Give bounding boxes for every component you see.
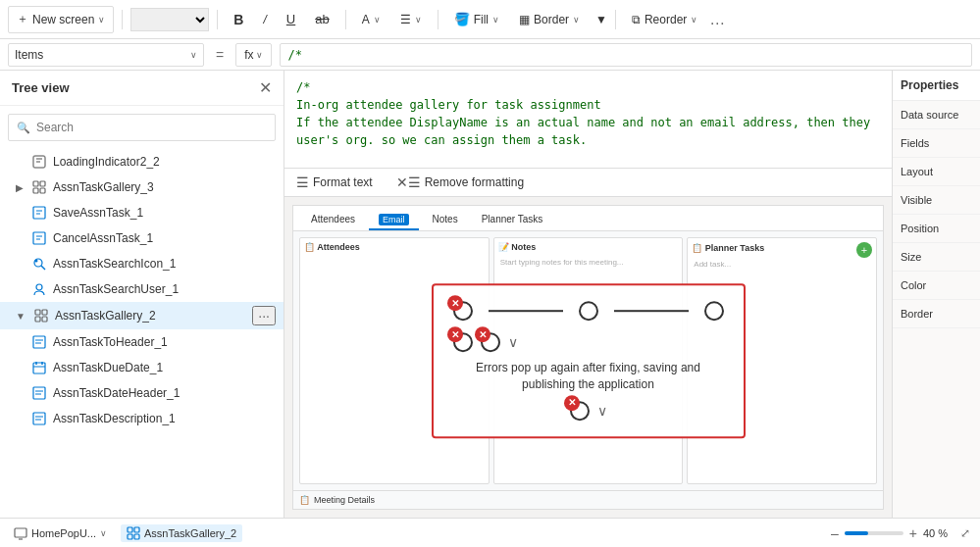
tree-item-expand-gallery3[interactable]: ▶ — [16, 182, 24, 193]
format-text-button[interactable]: ☰ Format text — [292, 173, 377, 192]
new-screen-button[interactable]: ＋ New screen ∨ — [8, 6, 114, 33]
mockup-add-task-placeholder: Add task... — [692, 258, 872, 271]
tree-item-icon-desc — [31, 411, 47, 426]
tree-item-label-duedate: AssnTaskDueDate_1 — [53, 361, 276, 374]
tree-item-dateheader[interactable]: AssnTaskDateHeader_1 — [0, 380, 284, 406]
remove-formatting-icon: ✕☰ — [396, 174, 421, 190]
formula-input[interactable] — [280, 43, 972, 67]
property-visible[interactable]: Visible — [893, 186, 980, 215]
tree-item-icon-gallery3 — [31, 179, 47, 195]
property-layout[interactable]: Layout — [893, 158, 980, 186]
error-node-3 — [704, 301, 724, 321]
format-toolbar: ☰ Format text ✕☰ Remove formatting — [284, 169, 892, 197]
error-x-5: ✕ — [475, 326, 490, 342]
reorder-button[interactable]: ⧉ Reorder ∨ — [624, 6, 705, 33]
svg-rect-39 — [134, 534, 139, 539]
fill-button[interactable]: 🪣 Fill ∨ — [446, 6, 507, 33]
svg-rect-21 — [33, 336, 45, 348]
fx-button[interactable]: fx ∨ — [235, 43, 271, 67]
mockup-ui: Attendees Email Notes Planner Tasks 📋 At… — [293, 206, 883, 509]
tree-item-loading[interactable]: ▶ LoadingIndicator2_2 — [0, 149, 284, 174]
svg-rect-37 — [134, 527, 139, 532]
screen-chevron: ∨ — [100, 528, 107, 538]
tree-item-icon-searchuser — [31, 281, 47, 297]
tree-item-searchicon[interactable]: AssnTaskSearchIcon_1 — [0, 251, 284, 276]
items-selector[interactable]: Items ∨ — [8, 43, 204, 67]
border-chevron: ∨ — [573, 15, 580, 25]
mockup-tab-notes[interactable]: Notes — [423, 210, 468, 230]
screen-icon — [14, 526, 27, 540]
zoom-percentage: 40 % — [923, 527, 954, 539]
zoom-slider[interactable] — [845, 531, 903, 535]
svg-point-16 — [36, 284, 42, 290]
zoom-minus-button[interactable]: – — [829, 525, 841, 541]
bottom-bar: HomePopU... ∨ AssnTaskGallery_2 – + 40 %… — [0, 518, 980, 547]
tree-items: ▶ LoadingIndicator2_2 ▶ AssnTaskGallery_… — [0, 149, 284, 518]
zoom-plus-button[interactable]: + — [907, 525, 919, 541]
screen-label: HomePopU... — [31, 527, 96, 539]
fill-bucket-icon: 🪣 — [454, 12, 470, 26]
property-position[interactable]: Position — [893, 215, 980, 243]
center-canvas: /* In-org attendee gallery for task assi… — [284, 71, 892, 518]
bottom-screen-selector[interactable]: HomePopU... ∨ — [8, 524, 113, 542]
zoom-slider-fill — [845, 531, 868, 535]
more-toolbar-button[interactable]: … — [709, 11, 725, 28]
tree-item-cancel[interactable]: CancelAssnTask_1 — [0, 225, 284, 251]
svg-rect-7 — [33, 207, 45, 219]
tree-item-duedate[interactable]: AssnTaskDueDate_1 — [0, 355, 284, 380]
canvas-area: Attendees Email Notes Planner Tasks 📋 At… — [284, 197, 892, 518]
fit-screen-button[interactable]: ⤢ — [958, 526, 972, 540]
mockup-tab-attendees[interactable]: Attendees — [301, 210, 365, 230]
separator-5 — [615, 10, 616, 29]
font-family-select[interactable] — [130, 8, 209, 31]
border-button[interactable]: ▦ Border ∨ — [511, 6, 588, 33]
tree-item-gallery3[interactable]: ▶ AssnTaskGallery_3 — [0, 174, 284, 200]
mockup-tab-email[interactable]: Email — [369, 210, 419, 230]
error-text: Errors pop up again after fixing, saving… — [453, 360, 724, 393]
mockup-add-task-button[interactable]: + — [856, 242, 872, 258]
tree-close-button[interactable]: ✕ — [259, 78, 272, 97]
tree-item-expand-gallery2[interactable]: ▼ — [16, 311, 26, 322]
tree-item-gallery2[interactable]: ▼ AssnTaskGallery_2 ··· — [0, 302, 284, 329]
border-label: Border — [534, 13, 569, 26]
fx-label: fx — [244, 48, 253, 62]
property-size[interactable]: Size — [893, 243, 980, 272]
property-datasource[interactable]: Data source — [893, 101, 980, 129]
italic-button[interactable]: / — [255, 6, 274, 33]
tree-view-title: Tree view — [12, 80, 70, 95]
remove-formatting-button[interactable]: ✕☰ Remove formatting — [392, 173, 528, 192]
search-input[interactable] — [36, 121, 267, 134]
error-chevron-bottom: ∨ — [597, 403, 607, 419]
property-fields[interactable]: Fields — [893, 129, 980, 158]
property-border[interactable]: Border — [893, 300, 980, 328]
search-box: 🔍 — [8, 114, 276, 141]
dropdown-arrow-button[interactable]: ▼ — [595, 13, 607, 26]
code-line-2: In-org attendee gallery for task assignm… — [296, 96, 880, 114]
bottom-gallery-selector[interactable]: AssnTaskGallery_2 — [121, 524, 242, 542]
svg-rect-19 — [35, 317, 40, 322]
align-button[interactable]: ☰ ∨ — [392, 6, 430, 33]
tree-item-desc[interactable]: AssnTaskDescription_1 — [0, 406, 284, 431]
property-color[interactable]: Color — [893, 272, 980, 300]
separator-4 — [438, 10, 438, 29]
tree-item-save[interactable]: SaveAssnTask_1 — [0, 200, 284, 225]
underline-button[interactable]: U — [279, 6, 303, 33]
align-chevron: ∨ — [415, 15, 422, 25]
tree-item-label-dateheader: AssnTaskDateHeader_1 — [53, 386, 276, 400]
reorder-label: Reorder — [645, 13, 687, 26]
error-x-4: ✕ — [447, 326, 463, 342]
tree-item-more-button[interactable]: ··· — [252, 306, 276, 325]
font-size-label: A — [362, 13, 370, 26]
strikethrough-button[interactable]: ab — [307, 6, 336, 33]
font-size-button[interactable]: A ∨ — [354, 6, 388, 33]
error-connector-2 — [614, 310, 689, 312]
tree-item-label-cancel: CancelAssnTask_1 — [53, 231, 276, 245]
mockup-tab-planner[interactable]: Planner Tasks — [472, 210, 553, 230]
svg-rect-20 — [42, 317, 47, 322]
tree-item-toheader[interactable]: AssnTaskToHeader_1 — [0, 329, 284, 355]
tree-item-searchuser[interactable]: AssnTaskSearchUser_1 — [0, 276, 284, 302]
error-nodes: ✕ — [453, 301, 724, 321]
tree-item-label-gallery3: AssnTaskGallery_3 — [53, 180, 276, 194]
error-bottom-nodes: ✕ ✕ ∨ — [453, 332, 724, 352]
bold-button[interactable]: B — [226, 6, 251, 33]
